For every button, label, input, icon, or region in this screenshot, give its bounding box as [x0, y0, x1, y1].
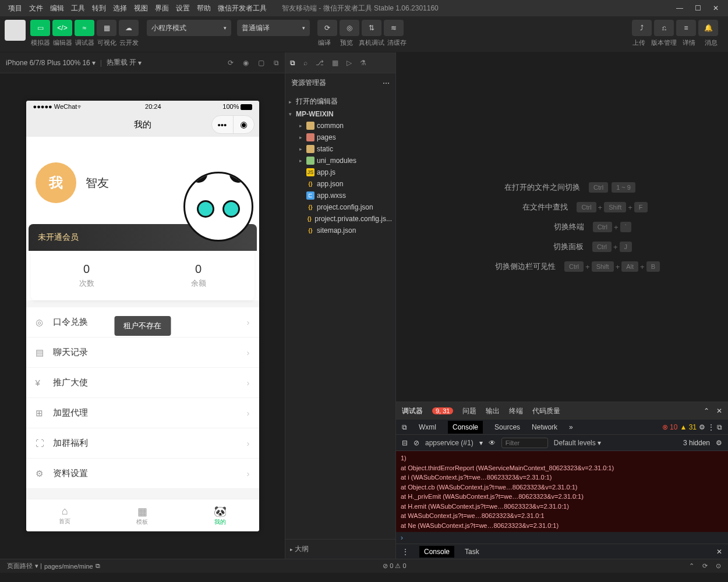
detail-button[interactable]: ≡ [676, 20, 696, 36]
debug-icon[interactable]: ▷ [347, 59, 352, 67]
menu-view[interactable]: 视图 [130, 3, 151, 13]
extensions-icon[interactable]: ▦ [332, 59, 338, 67]
outline-section[interactable]: ▸ 大纲 [285, 539, 395, 559]
list-item[interactable]: ¥推广大使› [26, 368, 259, 398]
folder-item[interactable]: ▸static [289, 143, 392, 155]
close-icon[interactable]: ✕ [713, 4, 719, 12]
compile-mode-dropdown[interactable]: 普通编译 [237, 20, 310, 36]
subtab-wxml[interactable]: Wxml [419, 423, 436, 431]
popout-icon[interactable]: ⧉ [274, 59, 279, 67]
record-icon[interactable]: ◉ [243, 59, 249, 67]
folder-item[interactable]: ▸pages [289, 132, 392, 143]
user-avatar[interactable] [5, 20, 26, 41]
subtab-sources[interactable]: Sources [494, 423, 520, 431]
more-icon[interactable]: ⋯ [383, 79, 390, 87]
file-item[interactable]: ⊏app.wxss [289, 190, 392, 201]
inspect-icon[interactable]: ⧉ [402, 423, 407, 431]
tab-quality[interactable]: 代码质量 [532, 406, 560, 416]
more-tabs-icon[interactable]: » [569, 423, 573, 431]
file-item[interactable]: {}project.private.config.js... [289, 213, 392, 225]
folder-item[interactable]: ▸common [289, 120, 392, 132]
mode-dropdown[interactable]: 小程序模式 [147, 20, 231, 36]
menu-ui[interactable]: 界面 [151, 3, 172, 13]
branch-icon[interactable]: ⎇ [316, 59, 324, 67]
menu-file[interactable]: 文件 [26, 3, 47, 13]
cloud-button[interactable]: ☁ [119, 20, 139, 36]
clear-cache-button[interactable]: ≋ [384, 20, 404, 36]
remote-debug-button[interactable]: ⇅ [362, 20, 381, 36]
close-drawer-icon[interactable]: ✕ [716, 548, 722, 556]
list-item[interactable]: ⚙资料设置› [26, 459, 259, 489]
rotate-icon[interactable]: ▢ [258, 59, 264, 67]
project-root[interactable]: ▾MP-WEIXIN [289, 108, 392, 120]
footer-task[interactable]: Task [465, 548, 479, 556]
gear-icon[interactable]: ⚙ [699, 423, 705, 431]
upload-button[interactable]: ⤴ [632, 20, 652, 36]
subtab-network[interactable]: Network [532, 423, 557, 431]
file-item[interactable]: JSapp.js [289, 166, 392, 178]
menu-select[interactable]: 选择 [109, 3, 130, 13]
stat-count[interactable]: 0 次数 [31, 262, 143, 289]
drawer-toggle-icon[interactable]: ⋮ [402, 548, 409, 556]
route-path[interactable]: pages/mine/mine [44, 563, 93, 570]
list-item[interactable]: ⛶加群福利› [26, 428, 259, 459]
copy-icon[interactable]: ⧉ [96, 562, 100, 570]
list-item[interactable]: ▤聊天记录› [26, 338, 259, 368]
maximize-icon[interactable]: ☐ [695, 4, 701, 12]
target-icon[interactable]: ◉ [233, 116, 254, 133]
bug-icon[interactable]: ⌃ [689, 562, 694, 570]
problem-counts[interactable]: ⊘ 0 ⚠ 0 [383, 562, 406, 570]
list-item[interactable]: ⊞加盟代理› [26, 398, 259, 428]
context-dropdown[interactable]: appservice (#1) [425, 439, 473, 447]
refresh-icon[interactable]: ⟳ [228, 59, 234, 67]
tab-template[interactable]: ▦模板 [104, 499, 181, 531]
tab-debugger[interactable]: 调试器 [402, 406, 423, 416]
version-button[interactable]: ⎌ [654, 20, 674, 36]
error-count[interactable]: ⊗ 10 [662, 423, 678, 431]
chevron-up-icon[interactable]: ⌃ [704, 407, 709, 415]
tab-output[interactable]: 输出 [486, 406, 500, 416]
more-icon[interactable]: ••• [212, 116, 233, 133]
file-item[interactable]: {}sitemap.json [289, 225, 392, 236]
tab-problems[interactable]: 问题 [462, 406, 476, 416]
open-editors-section[interactable]: ▸打开的编辑器 [289, 95, 392, 108]
minimize-icon[interactable]: — [676, 4, 683, 12]
tree-icon[interactable]: ⊟ [402, 439, 408, 447]
search-icon[interactable]: ⌕ [303, 59, 308, 67]
subtab-console[interactable]: Console [448, 421, 483, 434]
file-item[interactable]: {}project.config.json [289, 201, 392, 213]
filter-input[interactable] [501, 438, 548, 448]
capsule[interactable]: ••• ◉ [211, 115, 255, 134]
device-selector[interactable]: iPhone 6/7/8 Plus 100% 16 [6, 59, 90, 67]
sync-icon[interactable]: ⟳ [702, 562, 708, 570]
console-prompt[interactable]: › [396, 532, 728, 544]
visualize-button[interactable]: ▦ [97, 20, 116, 36]
tab-terminal[interactable]: 终端 [509, 406, 523, 416]
folder-item[interactable]: ▸uni_modules [289, 155, 392, 166]
settings-icon[interactable]: ⚙ [716, 439, 722, 447]
menu-tools[interactable]: 工具 [68, 3, 89, 13]
preview-button[interactable]: ◎ [340, 20, 359, 36]
console-output[interactable]: 1) at Object.thirdErrorReport (WAService… [396, 451, 728, 532]
footer-console[interactable]: Console [419, 546, 454, 558]
simulator-button[interactable]: ▭ [30, 20, 50, 36]
profile-avatar[interactable]: 我 [36, 162, 76, 203]
menu-goto[interactable]: 转到 [89, 3, 109, 13]
menu-devtools[interactable]: 微信开发者工具 [214, 3, 270, 13]
menu-project[interactable]: 项目 [5, 3, 26, 13]
compile-button[interactable]: ⟳ [317, 20, 337, 36]
editor-button[interactable]: </> [52, 20, 72, 36]
warning-count[interactable]: ▲ 31 [680, 423, 697, 431]
stat-balance[interactable]: 0 余额 [143, 262, 255, 289]
eye-icon[interactable]: 👁 [489, 439, 496, 447]
menu-help[interactable]: 帮助 [193, 3, 214, 13]
debugger-button[interactable]: ≈ [75, 20, 94, 36]
hot-reload-toggle[interactable]: 热重载 开 [107, 58, 136, 68]
message-button[interactable]: 🔔 [698, 20, 718, 36]
levels-dropdown[interactable]: Default levels ▾ [554, 439, 601, 447]
menu-settings[interactable]: 设置 [172, 3, 193, 13]
file-item[interactable]: {}app.json [289, 178, 392, 190]
kebab-icon[interactable]: ⋮ [708, 423, 715, 431]
alert-icon[interactable]: ⊙ [716, 562, 721, 570]
close-panel-icon[interactable]: ✕ [716, 407, 722, 415]
